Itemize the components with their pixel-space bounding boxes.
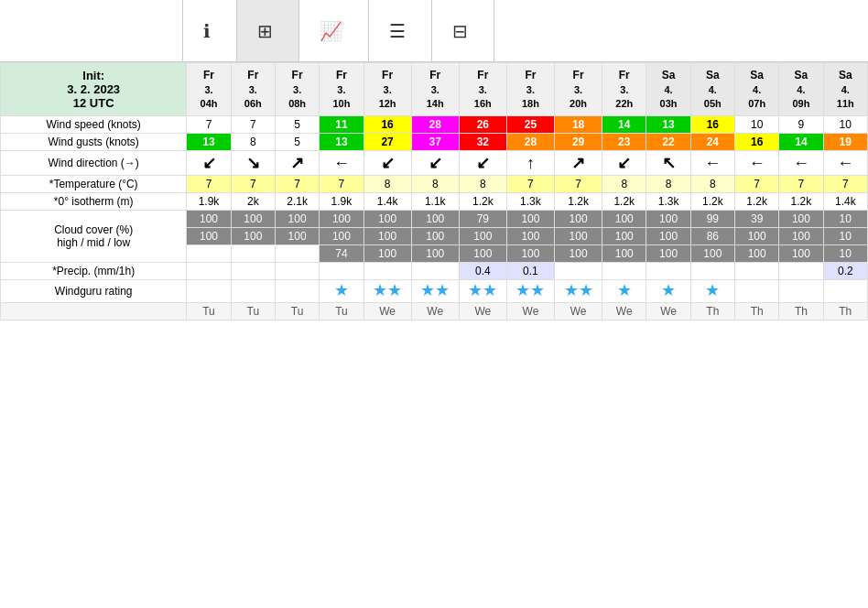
data-cell: Th xyxy=(823,302,867,320)
data-cell: 13 xyxy=(320,134,363,151)
header-date-col: Sa4.05h xyxy=(690,63,734,116)
data-cell xyxy=(275,245,319,263)
rating-star: ★ xyxy=(373,281,387,299)
data-cell: 74 xyxy=(320,245,363,263)
wind-dir-arrow: ↙ xyxy=(381,154,395,172)
rating-cell xyxy=(823,280,867,303)
wind-dir-arrow: ← xyxy=(749,154,765,172)
init-label: Init: xyxy=(82,69,104,82)
data-cell: 1.2k xyxy=(779,193,823,211)
data-cell: 1.1k xyxy=(411,193,459,211)
data-cell xyxy=(779,263,823,280)
data-cell: 100 xyxy=(411,245,459,263)
data-cell: ↑ xyxy=(506,151,554,176)
data-cell: 100 xyxy=(646,211,690,228)
data-cell: 13 xyxy=(646,116,690,134)
nav-forecast[interactable]: ⊞ xyxy=(237,0,299,61)
data-cell: 1.4k xyxy=(363,193,411,211)
rating-cell xyxy=(275,280,319,303)
table-row: *Precip. (mm/1h)0.40.10.2 xyxy=(1,263,868,280)
rating-star: ★ xyxy=(579,281,593,299)
data-cell: 100 xyxy=(411,211,459,228)
data-cell: 100 xyxy=(275,211,319,228)
row-label: Wind gusts (knots) xyxy=(1,134,187,151)
header-date-col: Fr3.10h xyxy=(320,63,363,116)
wind-dir-arrow: ↗ xyxy=(571,154,585,172)
data-cell: We xyxy=(459,302,506,320)
header-date-col: Fr3.20h xyxy=(555,63,602,116)
data-cell: 0.4 xyxy=(459,263,506,280)
data-cell: 16 xyxy=(363,116,411,134)
2d-icon: ☰ xyxy=(389,20,406,42)
header-date-col: Fr3.16h xyxy=(459,63,506,116)
data-cell: 1.2k xyxy=(690,193,734,211)
rating-star: ★ xyxy=(515,281,530,299)
data-cell: 5 xyxy=(275,134,319,151)
data-cell: 8 xyxy=(363,176,411,193)
nav-info[interactable]: ℹ xyxy=(183,0,237,61)
data-cell: 86 xyxy=(690,228,734,245)
rating-cell: ★ xyxy=(646,280,690,303)
rating-star: ★ xyxy=(564,281,579,299)
data-cell: ↗ xyxy=(555,151,602,176)
data-cell: Th xyxy=(735,302,779,320)
data-cell xyxy=(187,263,231,280)
rating-cell: ★★ xyxy=(506,280,554,303)
data-cell: 7 xyxy=(320,176,363,193)
init-time: 12 UTC xyxy=(73,96,114,110)
rating-star: ★ xyxy=(530,281,545,299)
data-cell: Tu xyxy=(320,302,363,320)
data-cell: 16 xyxy=(690,116,734,134)
data-cell: 100 xyxy=(646,245,690,263)
data-cell: 2.1k xyxy=(275,193,319,211)
row-label: Wind direction (→) xyxy=(1,151,187,176)
rating-star: ★ xyxy=(661,281,676,299)
data-cell: 18 xyxy=(555,116,602,134)
data-cell: ← xyxy=(779,151,823,176)
data-cell: 7 xyxy=(275,176,319,193)
nav-graph[interactable]: 📈 xyxy=(299,0,369,61)
data-cell: 100 xyxy=(735,245,779,263)
data-cell: 25 xyxy=(506,116,554,134)
isotherm-label: *0° isotherm (m) xyxy=(54,195,134,208)
nav-2d[interactable]: ☰ xyxy=(369,0,432,61)
data-cell: We xyxy=(555,302,602,320)
data-cell: 8 xyxy=(690,176,734,193)
data-cell: We xyxy=(602,302,646,320)
header-date-col: Sa4.03h xyxy=(646,63,690,116)
data-cell: 11 xyxy=(320,116,363,134)
data-cell: We xyxy=(411,302,459,320)
data-cell: 100 xyxy=(459,245,506,263)
data-cell: 7 xyxy=(555,176,602,193)
data-cell: 8 xyxy=(646,176,690,193)
data-cell: 7 xyxy=(506,176,554,193)
rating-cell: ★★ xyxy=(555,280,602,303)
data-cell: Th xyxy=(779,302,823,320)
data-cell: 7 xyxy=(735,176,779,193)
data-cell: 1.2k xyxy=(602,193,646,211)
data-cell: 100 xyxy=(779,245,823,263)
rating-cell: ★★ xyxy=(411,280,459,303)
data-cell: We xyxy=(646,302,690,320)
rating-star: ★ xyxy=(334,281,349,299)
data-cell: 100 xyxy=(506,211,554,228)
data-cell: 13 xyxy=(187,134,231,151)
data-cell: 14 xyxy=(779,134,823,151)
data-cell: 1.2k xyxy=(459,193,506,211)
data-cell: ↘ xyxy=(231,151,275,176)
data-cell: Tu xyxy=(275,302,319,320)
rating-star: ★ xyxy=(617,281,632,299)
table-row: Wind direction (→)↙↘↗←↙↙↙↑↗↙↖←←←← xyxy=(1,151,868,176)
data-cell: 100 xyxy=(275,228,319,245)
data-cell: We xyxy=(506,302,554,320)
data-cell: 22 xyxy=(646,134,690,151)
cloud-cover-label: Cloud cover (%)high / mid / low xyxy=(1,211,187,263)
data-cell: 28 xyxy=(506,134,554,151)
row-label: *0° isotherm (m) xyxy=(1,193,187,211)
data-cell: 9 xyxy=(779,116,823,134)
wind-dir-arrow: ← xyxy=(793,154,809,172)
data-cell: 1.3k xyxy=(646,193,690,211)
header-date-col: Sa4.07h xyxy=(735,63,779,116)
data-cell: ← xyxy=(823,151,867,176)
nav-more[interactable]: ⊟ xyxy=(432,0,494,61)
